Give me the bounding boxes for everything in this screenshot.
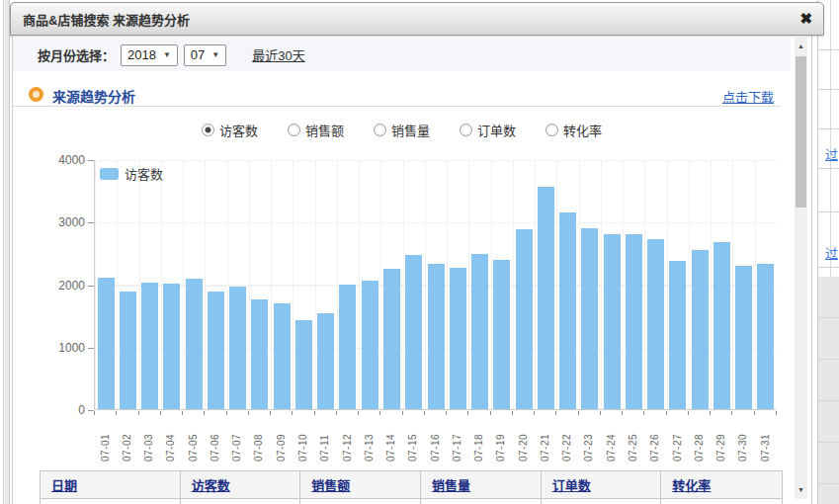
bar-07-20[interactable] bbox=[516, 229, 533, 409]
x-slot: 07-02 bbox=[116, 416, 137, 462]
table-header-row: 日期访客数销售额销售量订单数转化率 bbox=[41, 471, 782, 498]
bar-07-25[interactable] bbox=[626, 234, 642, 409]
bar-07-17[interactable] bbox=[450, 268, 466, 409]
vertical-scrollbar[interactable]: ▲ ▼ bbox=[795, 38, 807, 499]
x-slot: 07-31 bbox=[754, 416, 776, 462]
bar-07-10[interactable] bbox=[295, 320, 312, 409]
bar-07-15[interactable] bbox=[405, 255, 422, 409]
x-tick-label: 07-19 bbox=[495, 416, 506, 462]
x-slot: 07-17 bbox=[446, 416, 467, 462]
section-title: 来源趋势分析 bbox=[52, 86, 135, 106]
x-tick-label: 07-05 bbox=[188, 416, 199, 462]
plot-area: 访客数 bbox=[94, 160, 776, 410]
background-grid-line bbox=[817, 49, 839, 50]
bar-07-28[interactable] bbox=[692, 250, 709, 409]
legend-label: 访客数 bbox=[125, 164, 163, 183]
bar-07-04[interactable] bbox=[163, 284, 180, 409]
bar-07-16[interactable] bbox=[428, 264, 445, 409]
legend-swatch bbox=[100, 168, 119, 180]
column-header-日期[interactable]: 日期 bbox=[51, 475, 77, 494]
table-row bbox=[41, 498, 782, 504]
column-header-转化率[interactable]: 转化率 bbox=[672, 475, 711, 494]
bar-07-18[interactable] bbox=[471, 254, 488, 409]
background-table-link-fragment: 过 bbox=[825, 243, 839, 262]
filter-row: 按月份选择： 2018 ▼ 07 ▼ 最近30天 bbox=[13, 39, 791, 71]
bar-07-01[interactable] bbox=[98, 278, 115, 409]
x-slot: 07-09 bbox=[270, 416, 292, 462]
y-tick-label: 4000 bbox=[40, 152, 85, 168]
scroll-up-icon[interactable]: ▲ bbox=[795, 40, 807, 52]
header-cell: 销售量 bbox=[421, 471, 542, 498]
table-cell bbox=[300, 499, 421, 504]
radio-circle-icon bbox=[545, 124, 558, 136]
scrollbar-thumb[interactable] bbox=[796, 56, 806, 208]
close-icon[interactable]: ✖ bbox=[799, 11, 812, 26]
x-tick-label: 07-09 bbox=[276, 416, 287, 462]
bar-07-21[interactable] bbox=[538, 187, 554, 409]
x-tick-label: 07-31 bbox=[760, 416, 771, 462]
bar-07-11[interactable] bbox=[317, 313, 334, 409]
bar-07-02[interactable] bbox=[120, 292, 136, 409]
x-slot: 07-12 bbox=[336, 416, 358, 462]
download-link[interactable]: 点击下载 bbox=[722, 87, 774, 106]
x-tick-label: 07-14 bbox=[385, 416, 396, 462]
x-tick-label: 07-22 bbox=[561, 416, 572, 462]
bar-07-26[interactable] bbox=[647, 239, 664, 409]
x-slot: 07-24 bbox=[600, 416, 622, 462]
x-slot: 07-10 bbox=[292, 416, 313, 462]
bar-07-31[interactable] bbox=[757, 264, 774, 409]
year-select[interactable]: 2018 ▼ bbox=[121, 44, 178, 66]
bar-07-14[interactable] bbox=[383, 269, 400, 409]
recent-30-days-link[interactable]: 最近30天 bbox=[252, 45, 304, 64]
bar-07-27[interactable] bbox=[669, 261, 686, 409]
bar-07-13[interactable] bbox=[362, 281, 378, 409]
radio-circle-icon bbox=[288, 124, 300, 136]
month-select[interactable]: 07 ▼ bbox=[184, 44, 226, 66]
x-tick-label: 07-12 bbox=[342, 416, 353, 462]
bar-07-08[interactable] bbox=[251, 299, 268, 409]
y-tick-label: 1000 bbox=[40, 340, 85, 356]
y-tick-label: 3000 bbox=[40, 214, 85, 230]
x-tick-label: 07-27 bbox=[672, 416, 683, 462]
radio-label: 销售额 bbox=[305, 121, 344, 139]
x-tick-label: 07-15 bbox=[407, 416, 418, 462]
table-cell bbox=[41, 499, 181, 504]
month-select-value: 07 bbox=[191, 47, 205, 62]
bar-07-12[interactable] bbox=[339, 285, 356, 409]
x-tick-label: 07-26 bbox=[649, 416, 660, 462]
column-header-订单数[interactable]: 订单数 bbox=[552, 475, 591, 494]
x-slot: 07-28 bbox=[688, 416, 710, 462]
x-tick-label: 07-01 bbox=[100, 416, 111, 462]
bar-07-29[interactable] bbox=[713, 242, 730, 410]
x-tick-label: 07-04 bbox=[165, 416, 176, 462]
column-header-销售额[interactable]: 销售额 bbox=[311, 475, 350, 494]
x-tick-label: 07-17 bbox=[452, 416, 462, 462]
column-header-访客数[interactable]: 访客数 bbox=[192, 475, 230, 494]
radio-circle-icon bbox=[460, 124, 472, 136]
scroll-down-icon[interactable]: ▼ bbox=[795, 483, 807, 496]
x-tick-label: 07-21 bbox=[540, 416, 550, 462]
bar-07-30[interactable] bbox=[735, 266, 752, 409]
metric-radio-订单数[interactable]: 订单数 bbox=[460, 121, 516, 139]
bar-07-05[interactable] bbox=[186, 279, 203, 409]
metric-radio-访客数[interactable]: 访客数 bbox=[202, 121, 258, 139]
bar-07-23[interactable] bbox=[581, 228, 598, 409]
bar-07-19[interactable] bbox=[493, 260, 510, 409]
x-slot: 07-13 bbox=[358, 416, 379, 462]
x-slot: 07-20 bbox=[512, 416, 534, 462]
metric-radio-转化率[interactable]: 转化率 bbox=[545, 121, 602, 139]
bar-07-03[interactable] bbox=[141, 283, 158, 409]
metric-radio-group: 访客数销售额销售量订单数转化率 bbox=[13, 118, 791, 141]
x-slot: 07-14 bbox=[379, 416, 401, 462]
radio-label: 订单数 bbox=[477, 121, 516, 139]
metric-radio-销售量[interactable]: 销售量 bbox=[374, 121, 430, 139]
metric-radio-销售额[interactable]: 销售额 bbox=[288, 121, 344, 139]
bar-07-24[interactable] bbox=[604, 234, 621, 409]
x-slot: 07-30 bbox=[732, 416, 754, 462]
bar-07-06[interactable] bbox=[208, 292, 224, 409]
bar-07-22[interactable] bbox=[559, 212, 576, 409]
x-tick-label: 07-24 bbox=[606, 416, 617, 462]
bar-07-09[interactable] bbox=[274, 303, 291, 409]
bar-07-07[interactable] bbox=[229, 287, 246, 409]
column-header-销售量[interactable]: 销售量 bbox=[432, 475, 470, 494]
